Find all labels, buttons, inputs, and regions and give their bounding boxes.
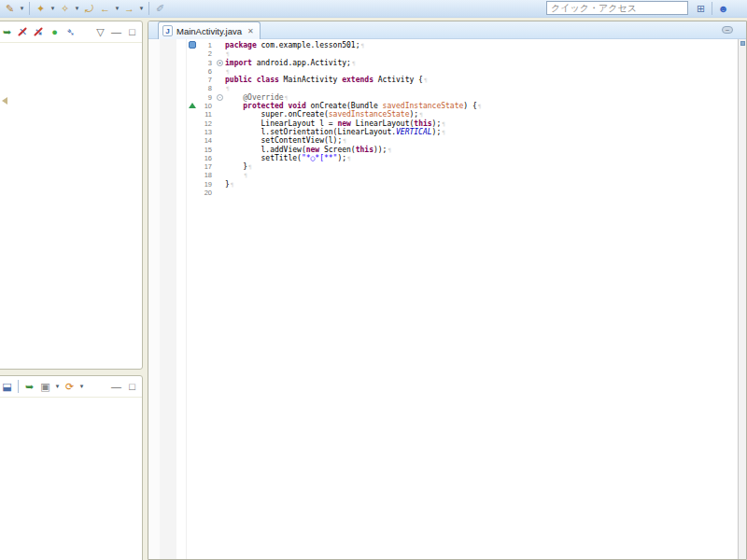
connect-debugger-icon[interactable]: ➥	[0, 24, 15, 40]
code-text[interactable]: super.onCreate(savedInstanceState);¶	[225, 110, 738, 119]
back-icon[interactable]: ←	[97, 1, 113, 17]
code-text[interactable]: setTitle("*○*[**");¶	[225, 154, 738, 162]
import-log-icon: ➥	[25, 382, 34, 392]
display-options-icon[interactable]: ▣	[37, 379, 53, 395]
resume-icon[interactable]: ●	[47, 24, 63, 40]
tree-expander-icon[interactable]	[2, 97, 7, 105]
new-wizard-icon[interactable]: ✦	[33, 1, 49, 17]
code-line[interactable]: 19}¶	[187, 180, 738, 189]
editor-tab-mainactivity[interactable]: J MainActivity.java ✕	[158, 21, 261, 39]
step-return-icon[interactable]: ➴	[63, 24, 78, 40]
code-line[interactable]: 16 setTitle("*○*[**");¶	[187, 154, 738, 162]
minimize-icon[interactable]: —	[108, 24, 124, 40]
save-log-icon[interactable]: ⬓	[0, 379, 15, 395]
code-line[interactable]: 3+import android.app.Activity;¶	[187, 59, 738, 67]
close-icon[interactable]: ✕	[246, 27, 254, 35]
step-into-icon[interactable]: ➘	[31, 24, 47, 40]
code-text[interactable]: package com.example.lesson501;¶	[225, 41, 738, 49]
code-line[interactable]: 6¶	[187, 67, 738, 76]
back-icon: ←	[100, 4, 110, 14]
code-text[interactable]: l.setOrientation(LinearLayout.VERTICAL);…	[225, 128, 738, 136]
code-text[interactable]: ¶	[225, 84, 738, 92]
code-line[interactable]: 20	[187, 189, 738, 197]
switch-view-icon[interactable]: ⟳	[62, 379, 78, 395]
maximize-icon[interactable]: □	[124, 379, 140, 395]
fold-cell	[215, 128, 225, 136]
code-text[interactable]: public class MainActivity extends Activi…	[225, 76, 738, 84]
vertical-ruler[interactable]	[148, 39, 160, 559]
fold-cell	[215, 136, 225, 145]
minimize-icon[interactable]: —	[108, 379, 124, 395]
fold-cell	[215, 162, 225, 171]
code-token: setContentView(l);	[261, 136, 343, 145]
code-line[interactable]: 13 l.setOrientation(LinearLayout.VERTICA…	[187, 128, 738, 136]
chevron-down-icon[interactable]: ▼	[53, 379, 62, 395]
open-perspective-icon[interactable]: ⊞	[693, 1, 709, 17]
chevron-down-icon[interactable]: ▼	[18, 1, 26, 17]
code-text[interactable]: ¶	[225, 67, 738, 76]
code-text[interactable]: ¶	[225, 171, 738, 179]
maximize-icon[interactable]: □	[124, 24, 140, 40]
code-text[interactable]: ¶	[225, 49, 738, 58]
import-log-icon[interactable]: ➥	[21, 379, 37, 395]
step-into-icon: ➘	[35, 27, 43, 37]
code-token: super.onCreate(	[261, 110, 329, 119]
code-line[interactable]: 11 super.onCreate(savedInstanceState);¶	[187, 110, 738, 119]
line-delimiter-mark: ¶	[387, 147, 391, 153]
code-line[interactable]: 17 }¶	[187, 162, 738, 171]
code-line[interactable]: 8¶	[187, 84, 738, 92]
code-token: LinearLayout l =	[261, 119, 338, 128]
forward-icon[interactable]: →	[121, 1, 137, 17]
code-text[interactable]	[225, 189, 738, 197]
code-text[interactable]: @Override¶	[225, 93, 738, 102]
collapse-fold-icon[interactable]: -	[217, 94, 223, 101]
code-area[interactable]: 1package com.example.lesson501;¶2¶3+impo…	[187, 39, 738, 559]
override-marker-icon	[189, 103, 196, 108]
code-line[interactable]: 9- @Override¶	[187, 93, 738, 102]
ruler-marker-cell	[187, 76, 198, 84]
code-text[interactable]: protected void onCreate(Bundle savedInst…	[225, 102, 738, 110]
run-external-tool-icon[interactable]: ✎	[2, 1, 18, 17]
code-line[interactable]: 7public class MainActivity extends Activ…	[187, 76, 738, 84]
code-line[interactable]: 2¶	[187, 49, 738, 58]
line-delimiter-mark: ¶	[247, 163, 252, 170]
fold-cell	[215, 67, 225, 76]
code-text[interactable]: l.addView(new Screen(this));¶	[225, 146, 738, 154]
chevron-down-icon[interactable]: ▼	[113, 1, 121, 17]
code-text[interactable]: setContentView(l);¶	[225, 136, 738, 145]
code-line[interactable]: 12 LinearLayout l = new LinearLayout(thi…	[187, 119, 738, 128]
code-line[interactable]: 10 protected void onCreate(Bundle savedI…	[187, 102, 738, 110]
code-text[interactable]: LinearLayout l = new LinearLayout(this);…	[225, 119, 738, 128]
code-token: l.addView(	[261, 146, 306, 154]
line-number: 20	[198, 189, 215, 197]
last-edit-location-icon[interactable]: ⤾	[81, 1, 97, 17]
code-line[interactable]: 15 l.addView(new Screen(this));¶	[187, 146, 738, 154]
ddms-perspective-icon[interactable]: ☻	[715, 1, 731, 17]
save-log-icon: ⬓	[2, 382, 11, 392]
chevron-down-icon[interactable]: ▼	[137, 1, 146, 17]
chevron-down-icon[interactable]: ▼	[78, 379, 86, 395]
ruler-marker-cell	[187, 67, 198, 76]
code-token: MainActivity	[279, 76, 342, 84]
code-text[interactable]: }¶	[225, 162, 738, 171]
expand-fold-icon[interactable]: +	[217, 60, 223, 66]
overview-marker[interactable]	[740, 41, 745, 46]
open-task-icon[interactable]: ✐	[152, 1, 168, 17]
debug-icon[interactable]: ✧	[57, 1, 73, 17]
minimize-editor-icon[interactable]: –	[722, 26, 733, 34]
chevron-down-icon[interactable]: ▼	[49, 1, 57, 17]
chevron-down-icon[interactable]: ▼	[73, 1, 81, 17]
code-line[interactable]: 14 setContentView(l);¶	[187, 136, 738, 145]
code-line[interactable]: 1package com.example.lesson501;¶	[187, 41, 738, 49]
code-text[interactable]: }¶	[225, 180, 738, 189]
code-line[interactable]: 18 ¶	[187, 171, 738, 179]
ruler-marker-cell	[187, 59, 198, 67]
overview-ruler[interactable]	[738, 39, 746, 559]
ruler-marker-cell	[187, 171, 198, 179]
quick-access-input[interactable]	[546, 1, 688, 15]
view-menu-icon[interactable]: ▽	[92, 24, 108, 40]
code-text[interactable]: import android.app.Activity;¶	[225, 59, 738, 67]
line-number: 8	[198, 84, 215, 92]
disconnect-icon[interactable]: ✕	[15, 24, 31, 40]
toolbar-separator	[148, 2, 149, 15]
